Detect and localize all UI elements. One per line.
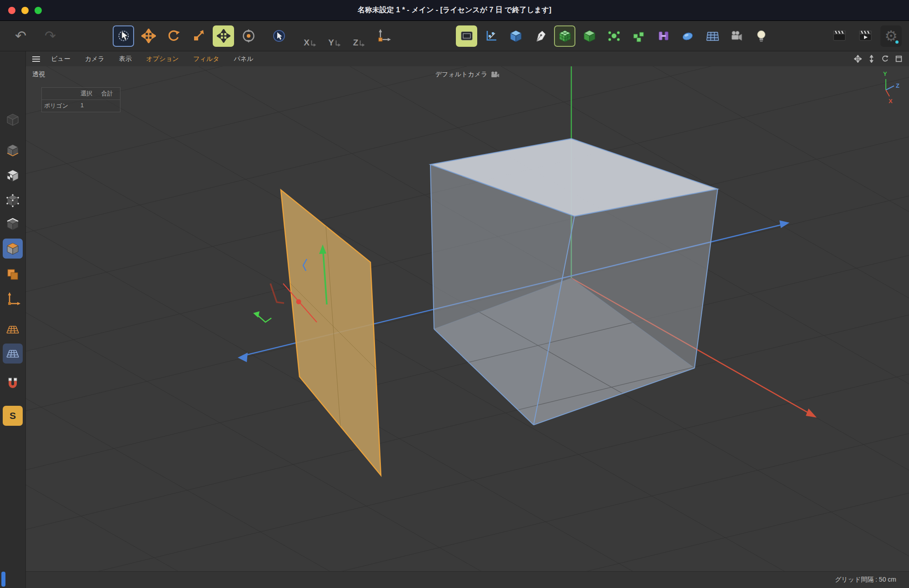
snap-workplane-icon — [5, 345, 21, 362]
render-view-button[interactable] — [456, 25, 477, 47]
menu-display[interactable]: 表示 — [119, 55, 132, 63]
gyro-tool[interactable] — [238, 25, 259, 47]
coordinate-system-toggle[interactable] — [373, 25, 395, 47]
camera-small-icon[interactable] — [490, 71, 499, 78]
point-mode-button[interactable] — [3, 190, 23, 210]
field-icon — [680, 29, 695, 43]
minimize-button[interactable] — [21, 7, 29, 14]
selinfo-spacer — [42, 88, 78, 100]
render-picture-viewer-button[interactable] — [480, 25, 502, 47]
rotate-tool[interactable] — [163, 25, 184, 47]
close-button[interactable] — [8, 7, 15, 14]
pen-tool-button[interactable] — [529, 25, 551, 47]
menu-options[interactable]: オプション — [146, 55, 179, 63]
axis-y-label: Y — [883, 70, 887, 77]
grid-icon — [705, 29, 719, 43]
uv-mode-button[interactable] — [3, 264, 23, 284]
edge-mode-icon — [5, 216, 21, 232]
lock-y-axis-button[interactable]: Y — [324, 25, 345, 47]
selinfo-row-value: 1 — [78, 100, 99, 112]
object-axis-mode-button[interactable] — [3, 289, 23, 309]
status-bar: グリッド間隔 : 50 cm — [26, 571, 909, 588]
add-camera-button[interactable] — [726, 25, 747, 47]
axis-corner-icon — [335, 40, 341, 47]
texture-mode-button[interactable] — [3, 165, 23, 185]
render-queue-button[interactable] — [829, 25, 850, 47]
move-tool[interactable] — [138, 25, 159, 47]
add-cube-button[interactable] — [505, 25, 526, 47]
undo-button[interactable]: ↶ — [10, 25, 31, 47]
redo-button[interactable]: ↷ — [40, 25, 61, 47]
field-button[interactable] — [677, 25, 698, 47]
workplane-mode-button[interactable] — [3, 319, 23, 339]
array-icon — [631, 29, 646, 43]
cube-icon — [509, 29, 523, 43]
main-toolbar: ↶ ↷ — [0, 21, 909, 51]
camera-rotate-icon[interactable] — [881, 55, 889, 63]
subdivision-surface-icon — [558, 29, 572, 43]
lock-z-axis-button[interactable]: Z — [349, 25, 370, 47]
array-button[interactable] — [628, 25, 649, 47]
model-mode-button[interactable] — [3, 140, 23, 160]
cube-object[interactable] — [26, 66, 909, 571]
axis-x-label: X — [889, 98, 893, 105]
move-icon — [141, 29, 156, 43]
render-play-button[interactable] — [854, 25, 876, 47]
mode-sidebar: S — [0, 51, 26, 588]
quantize-button[interactable]: S — [3, 406, 23, 426]
cloner-button[interactable] — [603, 25, 624, 47]
gizmo-center-handle[interactable] — [296, 299, 301, 304]
selected-plane-object[interactable] — [281, 190, 381, 475]
add-light-button[interactable] — [750, 25, 772, 47]
make-editable-icon — [5, 111, 21, 128]
redo-icon: ↷ — [45, 29, 56, 43]
menu-panel[interactable]: パネル — [234, 55, 254, 63]
window-title: 名称未設定 1 * - メイン - [ライセンスが 7 日 で終了します] — [358, 5, 551, 15]
selinfo-row-empty — [99, 100, 120, 112]
scale-tool[interactable] — [188, 25, 209, 47]
menu-camera[interactable]: カメラ — [85, 55, 105, 63]
z-axis-label: Z — [353, 38, 359, 47]
perspective-viewport[interactable]: Y Z X 透視 デフォルトカメラ 選択 合計 ポリゴン 1 — [26, 66, 909, 571]
gyro-icon — [241, 29, 256, 43]
grid-object-button[interactable] — [701, 25, 723, 47]
gizmo-bank-handle[interactable] — [270, 284, 284, 303]
camera-label: デフォルトカメラ — [435, 70, 500, 79]
viewport-menu-button[interactable] — [32, 56, 40, 62]
z-axis-arrow-right — [779, 220, 789, 228]
light-bulb-icon — [754, 29, 769, 43]
camera-label-text: デフォルトカメラ — [435, 70, 488, 79]
axis-modification-tool[interactable] — [213, 25, 234, 47]
uv-mode-icon — [5, 265, 21, 282]
zoom-button[interactable] — [35, 7, 42, 14]
camera-icon — [729, 29, 744, 43]
lock-x-axis-button[interactable]: X — [300, 25, 320, 47]
live-selection-tool[interactable] — [113, 25, 134, 47]
titlebar: 名称未設定 1 * - メイン - [ライセンスが 7 日 で終了します] — [0, 0, 909, 21]
selinfo-row-label: ポリゴン — [42, 100, 78, 112]
workplane-icon — [5, 321, 21, 338]
camera-pan-icon[interactable] — [854, 55, 862, 63]
volume-builder-button[interactable] — [652, 25, 674, 47]
rotate-icon — [166, 29, 181, 43]
polygon-mode-button[interactable] — [3, 239, 23, 259]
green-cube-icon — [582, 29, 597, 43]
gizmo-heading-handle[interactable] — [257, 315, 271, 322]
menu-view[interactable]: ビュー — [51, 55, 70, 63]
menu-filter[interactable]: フィルタ — [193, 55, 219, 63]
camera-zoom-icon[interactable] — [868, 55, 875, 63]
maximize-view-icon[interactable] — [895, 55, 903, 63]
generator-cube-button[interactable] — [579, 25, 600, 47]
render-settings-button[interactable]: ⚙ — [880, 25, 902, 47]
model-mode-icon — [5, 142, 21, 158]
snap-toggle-button[interactable] — [3, 374, 23, 394]
render-view-icon — [459, 29, 474, 43]
make-editable-button[interactable] — [3, 110, 23, 130]
subdivision-surface-button[interactable] — [554, 25, 575, 47]
sidebar-scrollbar[interactable] — [1, 572, 5, 587]
axis-mode-icon — [5, 291, 21, 307]
viewport-selection-tool[interactable] — [268, 25, 290, 47]
edge-mode-button[interactable] — [3, 214, 23, 234]
notification-dot — [895, 40, 899, 44]
snap-workplane-button[interactable] — [3, 344, 23, 364]
